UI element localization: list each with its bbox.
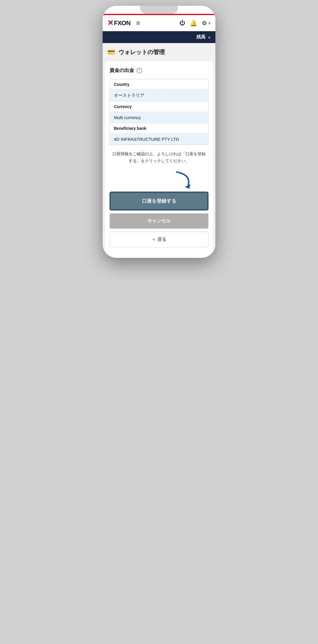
currency-label: Currency — [110, 101, 208, 112]
help-icon[interactable]: ? — [136, 68, 142, 73]
section-title-text: 資金の出金 — [110, 67, 134, 74]
currency-row: Currency Multi currency — [110, 101, 208, 123]
balance-chevron-icon: ∨ — [208, 35, 211, 40]
power-icon[interactable]: ⏻ — [180, 20, 185, 26]
register-button[interactable]: 口座を登録する — [110, 192, 208, 210]
wallet-icon: 💳 — [107, 49, 115, 56]
bell-icon[interactable]: 🔔 — [190, 20, 197, 27]
arrow-container — [110, 169, 208, 189]
instruction-text: 口座情報をご確認の上、よろしければ「口座を登録する」をクリックしてください。 — [110, 151, 208, 164]
logo-text: FXON — [114, 19, 130, 27]
country-label: Country — [110, 79, 208, 90]
settings-area[interactable]: ⚙ ∨ — [202, 20, 211, 27]
header: ✕ FXON ≡ ⏻ 🔔 ⚙ ∨ — [103, 15, 215, 31]
bank-value: 4D INFRASTRUCTURE PTY LTD — [110, 134, 208, 145]
info-table: Country オーストラリア Currency Multi currency … — [110, 79, 208, 145]
logo-x-icon: ✕ — [107, 18, 113, 27]
section-title: 資金の出金 ? — [110, 67, 208, 74]
arrow-icon — [174, 169, 197, 189]
header-icons: ⏻ 🔔 ⚙ ∨ — [180, 20, 211, 27]
balance-bar[interactable]: 残高 ∨ — [103, 31, 215, 43]
back-button[interactable]: ＜ 戻る — [110, 232, 208, 247]
country-row: Country オーストラリア — [110, 79, 208, 101]
bank-label: Beneficiary bank — [110, 123, 208, 134]
logo: ✕ FXON — [107, 18, 130, 27]
gear-icon: ⚙ — [202, 20, 207, 27]
cancel-button[interactable]: キャンセル — [110, 213, 208, 229]
hamburger-icon[interactable]: ≡ — [136, 19, 140, 27]
page-title: ウォレットの管理 — [119, 48, 165, 56]
chevron-down-icon: ∨ — [208, 21, 211, 25]
page-header: 💳 ウォレットの管理 — [103, 43, 215, 61]
logo-area: ✕ FXON ≡ — [107, 18, 180, 27]
balance-label: 残高 — [196, 34, 206, 40]
phone-frame: ✕ FXON ≡ ⏻ 🔔 ⚙ ∨ 残高 ∨ 💳 ウォレットの管理 — [103, 6, 215, 258]
currency-value: Multi currency — [110, 112, 208, 123]
phone-body: ✕ FXON ≡ ⏻ 🔔 ⚙ ∨ 残高 ∨ 💳 ウォレットの管理 — [103, 14, 215, 254]
bank-row: Beneficiary bank 4D INFRASTRUCTURE PTY L… — [110, 123, 208, 145]
country-value: オーストラリア — [110, 90, 208, 101]
main-content: 資金の出金 ? Country オーストラリア Currency Multi c… — [105, 61, 213, 254]
phone-notch — [140, 6, 178, 14]
